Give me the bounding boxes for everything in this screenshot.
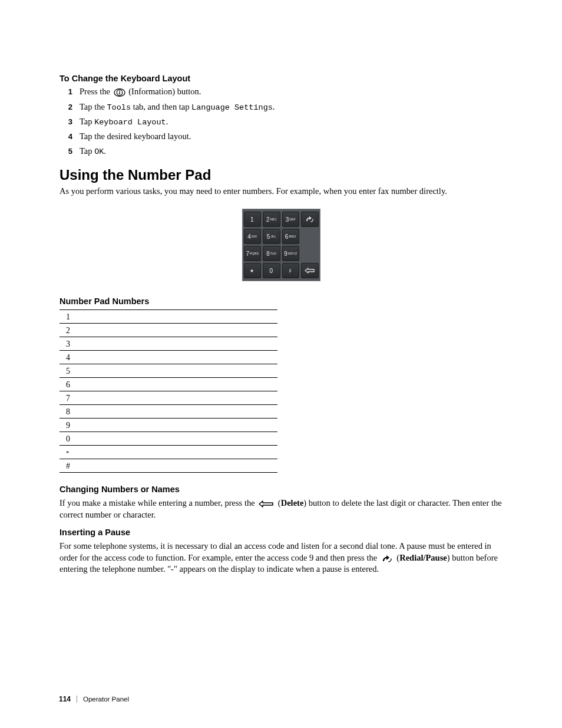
chapter-title: Operator Panel [83, 696, 129, 703]
page-footer: 114 Operator Panel [59, 695, 129, 703]
key-delete [301, 263, 319, 278]
step-number: 4 [59, 132, 72, 141]
svg-rect-3 [119, 92, 120, 94]
number-pad-image: 1 2ABC 3DEF 4GHI 5JKL 6MNO 7PQRS 8TUV 9W… [242, 209, 320, 281]
step-number: 5 [59, 147, 72, 156]
key-6: 6MNO [282, 229, 300, 244]
heading-inserting-pause: Inserting a Pause [59, 528, 503, 537]
table-cell: * [59, 446, 277, 459]
step-text: Press the (Information) button. [80, 87, 201, 97]
step-text: Tap the Tools tab, and then tap Language… [80, 102, 275, 112]
key-7: 7PQRS [244, 246, 262, 261]
step-number: 2 [59, 103, 72, 111]
table-cell: 2 [59, 324, 277, 337]
table-cell: 4 [59, 351, 277, 364]
table-row: 5 [59, 364, 277, 378]
paragraph-inserting-pause: For some telephone systems, it is necess… [59, 541, 503, 575]
key-hash: ♯ [282, 263, 300, 278]
table-cell: 0 [59, 432, 277, 446]
table-row: 0 [59, 432, 277, 446]
key-star: ★ [244, 263, 262, 278]
number-pad-table: 1 2 3 4 5 6 7 8 9 0 * # [59, 309, 277, 473]
key-redial-pause [301, 212, 319, 227]
table-row: 4 [59, 351, 277, 364]
page-number: 114 [59, 695, 71, 703]
table-row: 6 [59, 378, 277, 391]
svg-point-2 [119, 90, 120, 91]
table-cell: 7 [59, 391, 277, 405]
table-row: 8 [59, 405, 277, 419]
paragraph-changing-numbers: If you make a mistake while entering a n… [59, 498, 503, 521]
key-4: 4GHI [244, 229, 262, 244]
key-0: 0 [263, 263, 280, 278]
heading-using-number-pad: Using the Number Pad [59, 167, 503, 183]
steps-list: 1 Press the (Information) button. 2 Tap … [59, 87, 503, 156]
table-row: 3 [59, 337, 277, 351]
key-blank [301, 246, 319, 261]
table-row: 9 [59, 419, 277, 432]
footer-divider [77, 696, 77, 703]
table-row: * [59, 446, 277, 459]
redial-pause-icon [381, 555, 393, 563]
table-cell: 1 [59, 310, 277, 324]
table-row: # [59, 459, 277, 473]
table-row: 1 [59, 310, 277, 324]
delete-arrow-icon [259, 500, 274, 508]
key-blank [301, 229, 319, 244]
intro-paragraph: As you perform various tasks, you may ne… [59, 186, 503, 197]
key-5: 5JKL [263, 229, 280, 244]
key-9: 9WXYZ [282, 246, 300, 261]
step-number: 3 [59, 117, 72, 126]
heading-change-keyboard-layout: To Change the Keyboard Layout [59, 74, 503, 83]
step-text: Tap the desired keyboard layout. [80, 131, 191, 141]
table-cell: 6 [59, 378, 277, 391]
key-3: 3DEF [282, 212, 300, 227]
step-text: Tap OK. [80, 146, 106, 156]
table-cell: 8 [59, 405, 277, 419]
table-cell: # [59, 459, 277, 473]
heading-number-pad-numbers: Number Pad Numbers [59, 297, 503, 306]
key-8: 8TUV [263, 246, 280, 261]
step-text: Tap Keyboard Layout. [80, 117, 168, 127]
key-1: 1 [244, 212, 262, 227]
table-cell: 5 [59, 364, 277, 378]
table-row: 7 [59, 391, 277, 405]
table-cell: 9 [59, 419, 277, 432]
heading-changing-numbers: Changing Numbers or Names [59, 485, 503, 494]
table-row: 2 [59, 324, 277, 337]
key-2: 2ABC [263, 212, 280, 227]
table-cell: 3 [59, 337, 277, 351]
step-number: 1 [59, 87, 72, 96]
information-icon [114, 88, 125, 97]
